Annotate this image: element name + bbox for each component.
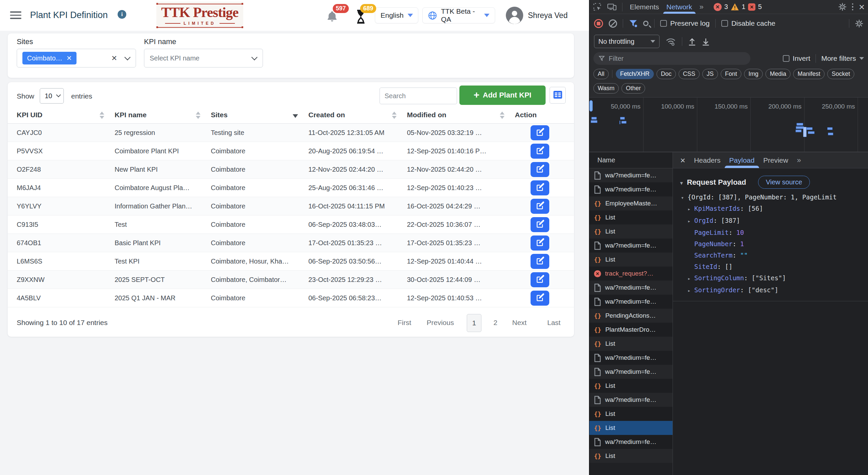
pagination-page-2[interactable]: 2 xyxy=(493,319,497,327)
payload-entry[interactable]: SearchTerm: "" xyxy=(688,250,868,261)
device-toolbar-icon[interactable] xyxy=(607,3,617,11)
language-select[interactable]: English xyxy=(375,7,418,23)
pagination-page-1[interactable]: 1 xyxy=(467,314,482,332)
sort-icon[interactable] xyxy=(500,112,504,119)
column-header-kpi-name[interactable]: KPI name xyxy=(105,111,202,123)
error-icon[interactable]: ✕ xyxy=(714,3,722,11)
close-icon[interactable]: × xyxy=(859,2,865,12)
detail-tab-payload[interactable]: Payload xyxy=(730,152,755,168)
column-header-action[interactable]: Action xyxy=(506,111,574,123)
network-request-row[interactable]: {}List xyxy=(589,421,673,435)
network-filter-input[interactable]: Filter xyxy=(593,52,750,65)
edit-kpi-button[interactable] xyxy=(531,144,549,159)
export-har-icon[interactable] xyxy=(702,37,710,46)
payload-entry[interactable]: ▸SortingColumn: ["Sites"] xyxy=(688,272,868,284)
site-chip[interactable]: Coimbato… ✕ xyxy=(22,52,76,64)
payload-entry[interactable]: ▸SortingOrder: ["desc"] xyxy=(688,284,868,296)
chevron-down-icon[interactable] xyxy=(124,54,130,60)
column-settings-button[interactable] xyxy=(550,87,566,103)
network-request-row[interactable]: {}List xyxy=(589,449,673,463)
settings-gear-icon[interactable] xyxy=(838,3,847,11)
network-settings-gear-icon[interactable] xyxy=(855,20,863,28)
more-detail-tabs-icon[interactable]: » xyxy=(797,156,801,165)
expand-arrow-icon[interactable]: ▸ xyxy=(688,216,694,227)
chip-remove-icon[interactable]: ✕ xyxy=(66,54,72,62)
network-request-row[interactable]: {}List xyxy=(589,253,673,266)
expand-arrow-icon[interactable]: ▸ xyxy=(688,273,694,284)
network-request-row[interactable]: {}List xyxy=(589,211,673,224)
network-request-row[interactable]: {}List xyxy=(589,379,673,393)
network-request-row[interactable]: ✕track_request?… xyxy=(589,266,673,281)
payload-entry[interactable]: SiteId: [] xyxy=(688,261,868,272)
more-filters-button[interactable]: More filters xyxy=(821,55,864,62)
edit-kpi-button[interactable] xyxy=(531,162,549,177)
edit-kpi-button[interactable] xyxy=(531,235,549,251)
network-request-row[interactable]: wa/?medium=fe… xyxy=(589,295,673,309)
detail-tab-headers[interactable]: Headers xyxy=(694,152,720,168)
network-request-row[interactable]: {}PendingActions… xyxy=(589,309,673,323)
view-source-button[interactable]: View source xyxy=(758,176,810,189)
network-request-row[interactable]: wa/?medium=fe… xyxy=(589,239,673,253)
column-header-created-on[interactable]: Created on xyxy=(299,111,398,123)
network-request-row[interactable]: {}EmployeeMaste… xyxy=(589,196,673,211)
import-har-icon[interactable] xyxy=(688,37,696,46)
network-request-row[interactable]: wa/?medium=fe… xyxy=(589,182,673,196)
menu-icon[interactable] xyxy=(10,11,21,20)
network-request-row[interactable]: wa/?medium=fe… xyxy=(589,365,673,379)
filter-chip-all[interactable]: All xyxy=(593,69,609,79)
overview-handle[interactable] xyxy=(589,100,593,112)
filter-chip-wasm[interactable]: Wasm xyxy=(593,83,619,94)
edit-kpi-button[interactable] xyxy=(531,272,549,287)
column-header-sites[interactable]: Sites xyxy=(202,111,299,123)
page-size-select[interactable]: 10 xyxy=(40,88,64,103)
pagination-last[interactable]: Last xyxy=(547,319,561,327)
sites-multiselect[interactable]: Coimbato… ✕ × xyxy=(17,49,136,67)
chevron-down-icon[interactable] xyxy=(251,54,257,60)
network-request-row[interactable]: {}PlantMasterDro… xyxy=(589,323,673,337)
filter-chip-img[interactable]: Img xyxy=(744,69,763,79)
network-request-row[interactable]: wa/?medium=fe… xyxy=(589,281,673,295)
filter-chip-socket[interactable]: Socket xyxy=(827,69,854,79)
edit-kpi-button[interactable] xyxy=(531,180,549,195)
filter-chip-other[interactable]: Other xyxy=(621,83,645,94)
payload-entry[interactable]: ▸KpiMasterIds: [56] xyxy=(688,203,868,215)
record-stop-icon[interactable] xyxy=(594,19,603,28)
network-request-row[interactable]: wa/?medium=fe… xyxy=(589,393,673,407)
preserve-log-checkbox[interactable]: Preserve log xyxy=(660,20,710,27)
filter-funnel-icon[interactable] xyxy=(629,20,638,27)
search-input[interactable] xyxy=(379,88,457,104)
payload-entry[interactable]: PageLimit: 10 xyxy=(688,227,868,238)
expand-arrow-icon[interactable]: ▸ xyxy=(688,203,694,215)
edit-kpi-button[interactable] xyxy=(531,254,549,269)
filter-chip-media[interactable]: Media xyxy=(766,69,790,79)
pagination-next[interactable]: Next xyxy=(512,319,527,327)
sort-icon[interactable] xyxy=(99,112,104,119)
sort-icon[interactable] xyxy=(196,112,200,119)
info-icon[interactable]: i xyxy=(118,10,126,19)
search-icon[interactable] xyxy=(643,21,649,26)
issues-icon[interactable]: ✕ xyxy=(748,3,755,11)
disable-cache-checkbox[interactable]: Disable cache xyxy=(721,20,775,27)
network-overview-timeline[interactable]: 50,000 ms100,000 ms150,000 ms200,000 ms2… xyxy=(589,98,868,152)
tab-network[interactable]: Network xyxy=(664,0,694,14)
throttling-select[interactable]: No throttling xyxy=(594,35,659,48)
pagination-first[interactable]: First xyxy=(398,319,411,327)
clear-network-log-icon[interactable] xyxy=(609,20,617,28)
network-request-row[interactable]: wa/?medium=fe… xyxy=(589,435,673,449)
sort-icon[interactable] xyxy=(293,112,298,118)
detail-tab-preview[interactable]: Preview xyxy=(763,152,788,168)
payload-entry[interactable]: PageNumber: 1 xyxy=(688,238,868,250)
column-header-modified-on[interactable]: Modified on xyxy=(398,111,506,123)
payload-entry[interactable]: ▸OrgId: [387] xyxy=(688,215,868,227)
filter-chip-doc[interactable]: Doc xyxy=(656,69,676,79)
filter-chip-js[interactable]: JS xyxy=(702,69,718,79)
edit-kpi-button[interactable] xyxy=(531,199,549,214)
edit-kpi-button[interactable] xyxy=(531,291,549,306)
filter-chip-fetch-xhr[interactable]: Fetch/XHR xyxy=(616,69,654,79)
filter-chip-css[interactable]: CSS xyxy=(679,69,700,79)
network-request-row[interactable]: wa/?medium=fe… xyxy=(589,351,673,365)
more-tabs-icon[interactable]: » xyxy=(700,3,704,11)
pagination-previous[interactable]: Previous xyxy=(427,319,454,327)
collapse-arrow-icon[interactable]: ▾ xyxy=(681,195,688,201)
column-header-kpi-uid[interactable]: KPI UID xyxy=(8,111,105,123)
